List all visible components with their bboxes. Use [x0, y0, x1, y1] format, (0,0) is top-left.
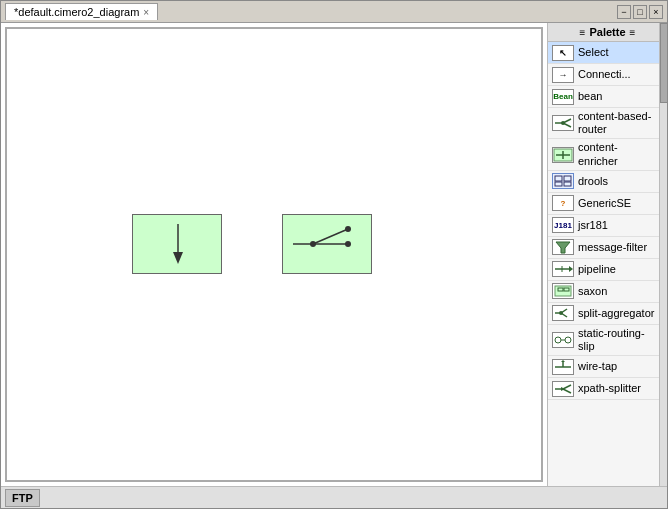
svg-point-6	[345, 241, 351, 247]
select-tool-label: Select	[578, 46, 609, 59]
static-routing-slip-icon	[552, 332, 574, 348]
canvas-area[interactable]	[5, 27, 543, 482]
jsr181-icon: J181	[552, 217, 574, 233]
bean-label: bean	[578, 90, 602, 103]
node1-svg	[133, 214, 221, 274]
editor-tab[interactable]: *default.cimero2_diagram ×	[5, 3, 158, 20]
palette-panel: ≡ Palette ≡ ↖ Select → Connecti...	[547, 23, 667, 486]
tab-label: *default.cimero2_diagram	[14, 6, 139, 18]
content-enricher-label: content-enricher	[578, 141, 655, 167]
message-filter-icon	[552, 239, 574, 255]
svg-rect-17	[564, 182, 571, 186]
palette-item-split-aggregator[interactable]: split-aggregator	[548, 303, 659, 325]
svg-marker-18	[556, 242, 570, 253]
title-bar-left: *default.cimero2_diagram ×	[5, 3, 158, 20]
palette-item-message-filter[interactable]: message-filter	[548, 237, 659, 259]
svg-rect-14	[555, 176, 562, 181]
wire-tap-label: wire-tap	[578, 360, 617, 373]
maximize-button[interactable]: □	[633, 5, 647, 19]
bottom-bar: FTP	[1, 486, 667, 508]
node2-svg	[283, 214, 371, 274]
palette-title: Palette	[589, 26, 625, 38]
tab-close-icon[interactable]: ×	[143, 7, 149, 18]
palette-select-tool[interactable]: ↖ Select	[548, 42, 659, 64]
message-filter-label: message-filter	[578, 241, 647, 254]
svg-rect-16	[555, 182, 562, 186]
select-icon: ↖	[552, 45, 574, 61]
svg-line-4	[313, 229, 348, 244]
palette-header-icon: ≡	[630, 27, 636, 38]
palette-item-jsr181[interactable]: J181 jsr181	[548, 215, 659, 237]
genericse-label: GenericSE	[578, 197, 631, 210]
svg-line-36	[563, 385, 571, 389]
palette-item-genericse[interactable]: ? GenericSE	[548, 193, 659, 215]
genericse-icon: ?	[552, 195, 574, 211]
palette-item-bean[interactable]: Bean bean	[548, 86, 659, 108]
palette-connection-tool[interactable]: → Connecti...	[548, 64, 659, 86]
content-enricher-icon	[552, 147, 574, 163]
saxon-icon	[552, 283, 574, 299]
palette-item-content-based-router[interactable]: content-based-router	[548, 108, 659, 139]
palette-item-drools[interactable]: drools	[548, 171, 659, 193]
wire-tap-icon	[552, 359, 574, 375]
palette-item-wire-tap[interactable]: wire-tap	[548, 356, 659, 378]
diagram-node-1[interactable]	[132, 214, 222, 274]
svg-rect-15	[564, 176, 571, 181]
svg-marker-34	[561, 360, 565, 362]
palette-header: ≡ Palette ≡	[548, 23, 667, 42]
saxon-label: saxon	[578, 285, 607, 298]
svg-point-10	[561, 121, 565, 125]
content-based-router-label: content-based-router	[578, 110, 655, 136]
drools-icon	[552, 173, 574, 189]
close-window-button[interactable]: ×	[649, 5, 663, 19]
pipeline-icon	[552, 261, 574, 277]
ftp-tab[interactable]: FTP	[5, 489, 40, 507]
palette-item-static-routing-slip[interactable]: static-routing-slip	[548, 325, 659, 356]
palette-menu-icon: ≡	[580, 27, 586, 38]
split-aggregator-icon	[552, 305, 574, 321]
svg-line-37	[563, 389, 571, 393]
palette-item-xpath-splitter[interactable]: xpath-splitter	[548, 378, 659, 400]
palette-scrollbar[interactable]	[659, 23, 667, 486]
palette-items-container[interactable]: ↖ Select → Connecti... Bean bean	[548, 42, 667, 486]
svg-marker-21	[569, 266, 573, 272]
jsr181-label: jsr181	[578, 219, 608, 232]
connection-icon: →	[552, 67, 574, 83]
pipeline-label: pipeline	[578, 263, 616, 276]
svg-point-29	[555, 337, 561, 343]
connection-tool-label: Connecti...	[578, 68, 631, 81]
svg-marker-1	[173, 252, 183, 264]
window-controls: − □ ×	[617, 5, 663, 19]
minimize-button[interactable]: −	[617, 5, 631, 19]
svg-point-5	[345, 226, 351, 232]
palette-item-pipeline[interactable]: pipeline	[548, 259, 659, 281]
palette-scrollbar-thumb[interactable]	[660, 23, 667, 103]
svg-point-28	[559, 311, 563, 315]
svg-point-30	[565, 337, 571, 343]
palette-item-content-enricher[interactable]: content-enricher	[548, 139, 659, 170]
palette-item-saxon[interactable]: saxon	[548, 281, 659, 303]
title-bar: *default.cimero2_diagram × − □ ×	[1, 1, 667, 23]
content-based-router-icon	[552, 115, 574, 131]
main-area: ≡ Palette ≡ ↖ Select → Connecti...	[1, 23, 667, 486]
bean-icon: Bean	[552, 89, 574, 105]
drools-label: drools	[578, 175, 608, 188]
xpath-splitter-label: xpath-splitter	[578, 382, 641, 395]
main-window: *default.cimero2_diagram × − □ ×	[0, 0, 668, 509]
diagram-node-2[interactable]	[282, 214, 372, 274]
static-routing-slip-label: static-routing-slip	[578, 327, 655, 353]
split-aggregator-label: split-aggregator	[578, 307, 654, 320]
xpath-splitter-icon	[552, 381, 574, 397]
